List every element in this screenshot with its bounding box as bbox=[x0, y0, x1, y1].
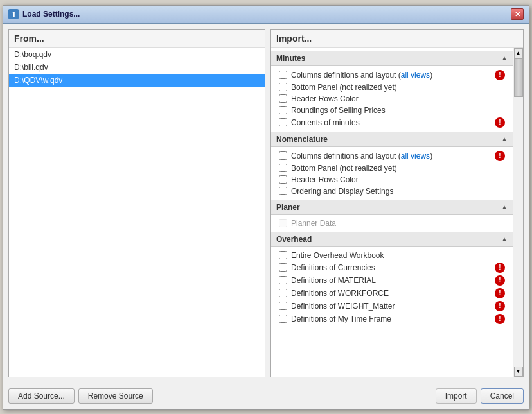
add-source-button[interactable]: Add Source... bbox=[8, 388, 75, 404]
import-checkbox[interactable] bbox=[279, 175, 287, 184]
import-item: Planner Data bbox=[271, 218, 513, 229]
close-button[interactable]: ✕ bbox=[511, 8, 524, 20]
import-item-label: Definitions of My Time Frame bbox=[291, 315, 491, 323]
import-item: Header Rows Color bbox=[271, 174, 513, 185]
import-item: Bottom Panel (not realized yet) bbox=[271, 82, 513, 93]
source-list: D:\boq.qdvD:\bill.qdvD:\QDV\w.qdv bbox=[9, 48, 265, 377]
section-body-overhead: Entire Overhead WorkbookDefinitions of C… bbox=[271, 247, 513, 328]
import-item-label: Columns definitions and layout (all view… bbox=[291, 151, 491, 160]
import-checkbox[interactable] bbox=[279, 276, 287, 284]
import-item-label: Roundings of Selling Prices bbox=[291, 106, 505, 115]
scroll-down-arrow[interactable]: ▼ bbox=[514, 367, 523, 377]
cancel-button[interactable]: Cancel bbox=[481, 388, 524, 404]
main-content: From... D:\boq.qdvD:\bill.qdvD:\QDV\w.qd… bbox=[3, 24, 529, 383]
import-item: Header Rows Color bbox=[271, 93, 513, 105]
import-item: Definitions of MATERIAL! bbox=[271, 274, 513, 287]
window-icon: ⬆ bbox=[8, 9, 19, 19]
section-header-planer[interactable]: Planer▲ bbox=[271, 200, 513, 215]
warning-icon: ! bbox=[495, 117, 505, 128]
title-bar: ⬆ Load Settings... ✕ bbox=[3, 6, 529, 24]
right-scrollbar[interactable]: ▲ ▼ bbox=[513, 48, 523, 377]
main-window: ⬆ Load Settings... ✕ From... D:\boq.qdvD… bbox=[3, 5, 529, 410]
import-checkbox[interactable] bbox=[279, 315, 287, 323]
source-item[interactable]: D:\QDV\w.qdv bbox=[9, 74, 265, 87]
from-header: From... bbox=[9, 30, 265, 48]
import-checkbox[interactable] bbox=[279, 94, 287, 103]
section-body-nomenclature: Columns definitions and layout (all view… bbox=[271, 147, 513, 200]
import-item: Roundings of Selling Prices bbox=[271, 105, 513, 116]
import-header: Import... bbox=[271, 30, 523, 48]
import-checkbox[interactable] bbox=[279, 83, 287, 91]
import-checkbox[interactable] bbox=[279, 106, 287, 114]
import-button[interactable]: Import bbox=[436, 388, 477, 404]
scroll-track[interactable] bbox=[514, 58, 523, 367]
import-checkbox[interactable] bbox=[279, 251, 287, 259]
import-checkbox[interactable] bbox=[279, 71, 287, 79]
import-checkbox[interactable] bbox=[279, 164, 287, 172]
import-item: Contents of minutes! bbox=[271, 116, 513, 129]
import-item: Bottom Panel (not realized yet) bbox=[271, 162, 513, 174]
import-item: Columns definitions and layout (all view… bbox=[271, 150, 513, 162]
scroll-thumb[interactable] bbox=[514, 58, 523, 97]
section-header-overhead[interactable]: Overhead▲ bbox=[271, 232, 513, 247]
scroll-up-arrow[interactable]: ▲ bbox=[514, 48, 523, 58]
import-item-label: Header Rows Color bbox=[291, 94, 505, 103]
source-item[interactable]: D:\bill.qdv bbox=[9, 61, 265, 74]
import-item-label: Planner Data bbox=[291, 219, 505, 228]
right-panel: Import... Minutes▲Columns definitions an… bbox=[270, 29, 524, 377]
warning-icon: ! bbox=[495, 263, 505, 273]
import-checkbox[interactable] bbox=[279, 302, 287, 310]
remove-source-button[interactable]: Remove Source bbox=[78, 388, 153, 404]
import-item-label: Ordering and Display Settings bbox=[291, 187, 505, 196]
import-item-label: Definitions of WORKFORCE bbox=[291, 289, 491, 298]
warning-icon: ! bbox=[495, 151, 505, 161]
import-item: Definitions of WORKFORCE! bbox=[271, 287, 513, 300]
section-header-minutes[interactable]: Minutes▲ bbox=[271, 51, 513, 66]
warning-icon: ! bbox=[495, 70, 505, 80]
import-item-label: Definitions of Currencies bbox=[291, 263, 491, 272]
source-item[interactable]: D:\boq.qdv bbox=[9, 48, 265, 61]
import-panel-inner: Minutes▲Columns definitions and layout (… bbox=[271, 48, 523, 377]
section-header-nomenclature[interactable]: Nomenclature▲ bbox=[271, 132, 513, 147]
import-checkbox[interactable] bbox=[279, 289, 287, 297]
import-item-label: Definitions of MATERIAL bbox=[291, 276, 491, 285]
import-item: Definitions of My Time Frame! bbox=[271, 313, 513, 325]
import-checkbox[interactable] bbox=[279, 118, 287, 126]
footer-right: Import Cancel bbox=[436, 388, 524, 404]
import-item: Definitions of WEIGHT_Matter! bbox=[271, 300, 513, 313]
section-body-minutes: Columns definitions and layout (all view… bbox=[271, 66, 513, 132]
section-body-planer: Planner Data bbox=[271, 215, 513, 232]
warning-icon: ! bbox=[495, 301, 505, 311]
import-item-label: Entire Overhead Workbook bbox=[291, 251, 505, 260]
import-checkbox[interactable] bbox=[279, 263, 287, 272]
import-item: Entire Overhead Workbook bbox=[271, 250, 513, 261]
import-checkbox[interactable] bbox=[279, 187, 287, 195]
import-item-label: Columns definitions and layout (all view… bbox=[291, 71, 491, 80]
import-item: Ordering and Display Settings bbox=[271, 185, 513, 197]
warning-icon: ! bbox=[495, 314, 505, 324]
warning-icon: ! bbox=[495, 288, 505, 298]
import-checkbox[interactable] bbox=[279, 151, 287, 160]
warning-icon: ! bbox=[495, 275, 505, 286]
window-body: From... D:\boq.qdvD:\bill.qdvD:\QDV\w.qd… bbox=[3, 24, 529, 409]
import-item-label: Header Rows Color bbox=[291, 175, 505, 184]
footer-left: Add Source... Remove Source bbox=[8, 388, 430, 404]
import-item-label: Bottom Panel (not realized yet) bbox=[291, 164, 505, 173]
footer: Add Source... Remove Source Import Cance… bbox=[3, 383, 529, 409]
import-item-label: Contents of minutes bbox=[291, 118, 491, 127]
import-item: Columns definitions and layout (all view… bbox=[271, 69, 513, 82]
import-item-label: Definitions of WEIGHT_Matter bbox=[291, 302, 491, 311]
import-item-label: Bottom Panel (not realized yet) bbox=[291, 83, 505, 92]
window-title: Load Settings... bbox=[22, 10, 511, 19]
import-scroll: Minutes▲Columns definitions and layout (… bbox=[271, 48, 513, 377]
import-checkbox[interactable] bbox=[279, 219, 287, 227]
left-panel: From... D:\boq.qdvD:\bill.qdvD:\QDV\w.qd… bbox=[8, 29, 265, 377]
import-item: Definitions of Currencies! bbox=[271, 261, 513, 274]
